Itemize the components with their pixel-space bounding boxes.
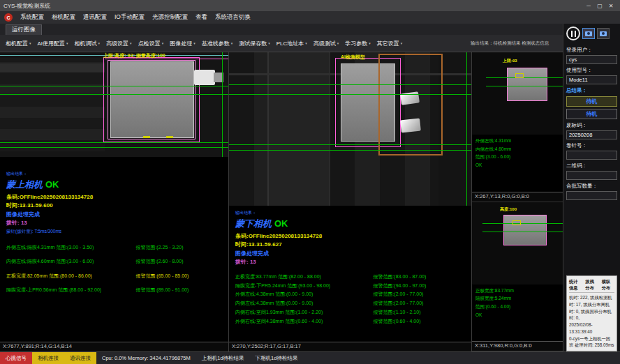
tool-test-save-data[interactable]: 测试保存数▾ xyxy=(236,38,273,49)
measurement-alarm: 报警范围:(83.00 - 87.00) xyxy=(373,273,465,282)
zoom-line: 范围:(3.00 - 6.00) xyxy=(475,153,559,161)
qr-code-value xyxy=(566,171,617,180)
measurement-alarm: 报警范围:(2.00 - 77.00) xyxy=(373,299,465,308)
measurement-text: 隔膜宽度-下PR5.24mm 范围:(93.00 - 98.00) xyxy=(235,282,373,291)
metal-part xyxy=(507,68,547,101)
measurement-row: 外侧左线:隔膜4.31mm 范围:(3.00 - 3.50)报警范围:(2.25… xyxy=(6,241,222,255)
tool-label: 点检设置 xyxy=(138,40,161,47)
app-logo-icon: C xyxy=(4,13,13,22)
tool-learning-params[interactable]: 学习参数▾ xyxy=(342,38,374,49)
menu-language-switch[interactable]: 系统语言切换 xyxy=(215,13,251,22)
zoom-line: 内侧左线:4.60mm xyxy=(475,145,559,153)
tab-run-image[interactable]: 运行图像 xyxy=(6,24,42,35)
menu-camera-config[interactable]: 相机配置 xyxy=(52,13,75,22)
camera-name: 蒙上相机 xyxy=(6,179,43,190)
lower-camera-image[interactable]: AI检测模型 xyxy=(229,52,471,206)
measurement-alarm: 报警范围:(2.60 - 8.00) xyxy=(135,255,222,268)
tool-camera-config[interactable]: 相机配置▾ xyxy=(3,38,34,49)
measure-line xyxy=(482,223,563,224)
measure-line-vertical xyxy=(466,52,467,206)
camera-upper-button[interactable] xyxy=(582,28,595,39)
marker-tick xyxy=(143,136,150,138)
status-ok: OK xyxy=(274,218,288,229)
zoom-view-top: 上限:93 外侧左线:4.31mm 内侧左线:4.60mm 范围:(3.00 -… xyxy=(472,52,563,202)
measure-line xyxy=(229,94,471,95)
tool-camera-debug[interactable]: 相机调试▾ xyxy=(72,38,103,49)
write-count-value xyxy=(566,191,617,200)
menu-system-config[interactable]: 系统配置 xyxy=(20,13,44,22)
measurement-text: 正极宽度:83.77mm 范围:(82.00 - 88.00) xyxy=(235,273,373,282)
camera-lower-button[interactable] xyxy=(597,28,610,39)
toolbar-row: 相机配置▾ AI使用配置▾ 相机调试▾ 高级设置▾ 点检设置▾ 图像处理▾ 基准… xyxy=(0,35,563,52)
result-box-lower: 待机 xyxy=(566,109,617,119)
close-button[interactable]: ✕ xyxy=(605,3,617,9)
tool-image-processing[interactable]: 图像处理▾ xyxy=(167,38,198,49)
pixel-coord-readout: X:267,Y:13,R:0,G:0,B:0 xyxy=(472,192,563,202)
tool-baseline-params[interactable]: 基准线参数▾ xyxy=(199,38,236,49)
measurement-row: 隔膜宽度-下PR5.24mm 范围:(93.00 - 98.00)报警范围:(9… xyxy=(235,282,465,291)
model-select[interactable]: Mode11 xyxy=(566,75,617,84)
tool-spot-check-settings[interactable]: 点检设置▾ xyxy=(135,38,167,49)
login-user-label: 登录用户： xyxy=(566,47,617,54)
stats-tab-info[interactable]: 统计信息 xyxy=(569,278,582,292)
tool-ai-usage-config[interactable]: AI使用配置▾ xyxy=(35,38,71,49)
marker-box xyxy=(512,220,521,225)
chevron-down-icon: ▾ xyxy=(337,41,339,45)
measure-line xyxy=(229,144,471,145)
stats-tab-residue[interactable]: 拔残分布 xyxy=(585,278,598,292)
login-user-value: cys xyxy=(566,55,617,64)
batch-code-value: 20250208 xyxy=(566,130,617,139)
overlay-limit-text: 高度:100 xyxy=(500,206,517,213)
chevron-down-icon: ▾ xyxy=(305,41,307,45)
measurement-row: 内侧右线:至间1.93mm 范围:(1.00 - 2.20)报警范围:(1.10… xyxy=(235,308,465,317)
camera-status-line: 蒙上相机OK xyxy=(6,178,222,191)
processing-done-line: 图像处理完成 xyxy=(6,211,222,219)
zoom-result-lines: 外侧左线:4.31mm 内侧左线:4.60mm 范围:(3.00 - 6.00)… xyxy=(472,135,563,192)
model-label: 使用型号： xyxy=(566,67,617,74)
measurement-text: 正极宽度:82.05mm 范围:(80.00 - 86.00) xyxy=(6,269,135,283)
result-caption-small: 输出结果： xyxy=(235,210,465,216)
zoom-line: OK xyxy=(475,161,559,169)
overlay-limit-text: 上限:93 xyxy=(503,58,517,64)
needle-line: 拨针: 13 xyxy=(6,219,222,227)
tool-advanced-test[interactable]: 高级测试▾ xyxy=(311,38,342,49)
machinery-background xyxy=(0,58,105,151)
stats-tab-distribution[interactable]: 横纵分布 xyxy=(602,278,614,292)
upper-camera-image[interactable]: 上限:高度: 93; 测量高度:100 xyxy=(0,52,228,157)
measurement-row: 正极宽度:83.77mm 范围:(82.00 - 88.00)报警范围:(83.… xyxy=(235,273,465,282)
marker-tick xyxy=(166,136,173,138)
toolbar: 相机配置▾ AI使用配置▾ 相机调试▾ 高级设置▾ 点检设置▾ 图像处理▾ 基准… xyxy=(0,38,471,49)
lower-camera-pending-status: 下相机1d待检结果 xyxy=(250,352,304,364)
measurement-alarm: 报警范围:(89.00 - 91.00) xyxy=(135,283,222,297)
tool-advanced-settings[interactable]: 高级设置▾ xyxy=(103,38,135,49)
lower-camera-view: AI检测模型 输出结果： 蒙下相机OK 条码:OFFline2025020813… xyxy=(229,52,472,351)
tool-label: 高级测试 xyxy=(313,40,336,47)
measurement-alarm: 报警范围:(0.60 - 4.00) xyxy=(373,317,465,326)
zoom-image-top[interactable]: 上限:93 xyxy=(472,52,563,135)
measurement-alarm: 报警范围:(2.00 - 77.00) xyxy=(373,290,465,299)
measure-line xyxy=(482,232,563,232)
lower-result-text: 输出结果： 蒙下相机OK 条码:OFFline20250208133134728… xyxy=(229,206,471,342)
needle-line: 拨针: 13 xyxy=(235,258,465,266)
tool-label: PLC地址本 xyxy=(276,40,304,47)
zoom-image-bottom[interactable]: 高度:100 xyxy=(472,202,563,285)
marker-box xyxy=(515,73,524,78)
maximize-button[interactable]: ▢ xyxy=(594,3,605,9)
stats-line-counts: 机时: 222, 拔残检测机时: 17, 拔残分布周机时: 0, 拔残固班分布机… xyxy=(569,294,614,321)
menu-view[interactable]: 查看 xyxy=(195,13,207,22)
menu-io-manual-config[interactable]: IO手动配置 xyxy=(115,13,145,22)
measurement-rows: 正极宽度:83.77mm 范围:(82.00 - 88.00)报警范围:(83.… xyxy=(235,273,465,327)
ai-model-label: AI检测模型 xyxy=(341,54,365,61)
measurement-row: 内侧左线:4.38mm 范围:(0.00 - 9.00)报警范围:(2.00 -… xyxy=(235,299,465,308)
measure-line xyxy=(0,94,228,95)
minimize-button[interactable]: ─ xyxy=(583,3,594,9)
tool-other-settings[interactable]: 其它设置▾ xyxy=(374,38,406,49)
connector-part xyxy=(194,70,215,85)
window-title: CYS-视觉检测系统 xyxy=(3,2,50,10)
pause-button[interactable] xyxy=(566,26,580,40)
menu-light-control-config[interactable]: 光源控制配置 xyxy=(152,13,188,22)
tool-plc-address-book[interactable]: PLC地址本▾ xyxy=(274,38,310,49)
result-caption-small: 输出结果： xyxy=(6,171,222,177)
menu-comm-config[interactable]: 通讯配置 xyxy=(83,13,107,22)
measurement-text: 外侧左线:隔膜4.31mm 范围:(3.00 - 3.50) xyxy=(6,241,135,255)
